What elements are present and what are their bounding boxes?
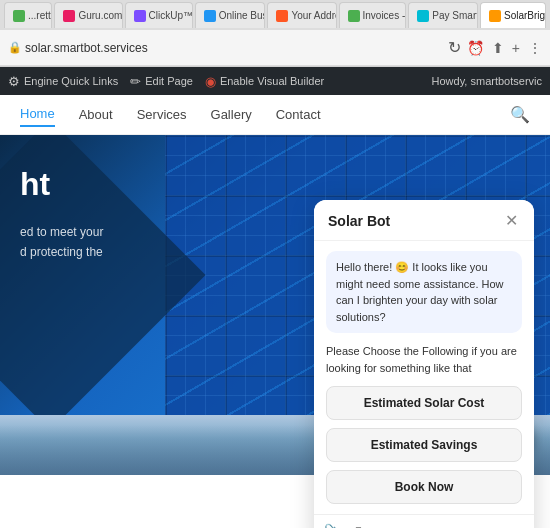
tab-2[interactable]: Guru.com - ... <box>54 2 122 28</box>
admin-visual-builder[interactable]: ◉ Enable Visual Builder <box>205 74 324 89</box>
tab-6[interactable]: Invoices - S... <box>339 2 407 28</box>
chat-greeting-bubble: Hello there! 😊 It looks like you might n… <box>326 251 522 333</box>
tab-favicon-1 <box>13 10 25 22</box>
browser-toolbar: 🔒 solar.smartbot.services ↻ ⏰ ⬆ + ⋮ <box>0 30 550 66</box>
chat-option-savings[interactable]: Estimated Savings <box>326 428 522 462</box>
lock-icon: 🔒 <box>8 41 22 54</box>
chat-prompt-text: Please Choose the Following if you are l… <box>326 343 522 376</box>
site-navigation: Home About Services Gallery Contact 🔍 <box>0 95 550 135</box>
browser-chrome: ...rett... Guru.com - ... ClickUp™ | ...… <box>0 0 550 67</box>
tab-3[interactable]: ClickUp™ | ... <box>125 2 193 28</box>
search-icon[interactable]: 🔍 <box>510 105 530 124</box>
tab-4[interactable]: Online Busin... <box>195 2 266 28</box>
edit-icon: ✏ <box>130 74 141 89</box>
nav-gallery[interactable]: Gallery <box>211 103 252 126</box>
tab-favicon-7 <box>417 10 429 22</box>
tab-favicon-4 <box>204 10 216 22</box>
nav-services[interactable]: Services <box>137 103 187 126</box>
nav-contact[interactable]: Contact <box>276 103 321 126</box>
clock-icon[interactable]: ⏰ <box>467 40 484 56</box>
chat-option-book-now[interactable]: Book Now <box>326 470 522 504</box>
tab-favicon-8 <box>489 10 501 22</box>
url-text[interactable]: solar.smartbot.services <box>25 41 148 55</box>
chat-widget: Solar Bot ✕ Hello there! 😊 It looks like… <box>314 200 534 528</box>
visual-builder-icon: ◉ <box>205 74 216 89</box>
browser-lock: 🔒 solar.smartbot.services <box>8 41 148 55</box>
tab-favicon-3 <box>134 10 146 22</box>
nav-home[interactable]: Home <box>20 102 55 127</box>
wp-admin-bar: ⚙ Engine Quick Links ✏ Edit Page ◉ Enabl… <box>0 67 550 95</box>
new-tab-icon[interactable]: + <box>512 40 520 56</box>
chat-header: Solar Bot ✕ <box>314 200 534 241</box>
share-icon[interactable]: ⬆ <box>492 40 504 56</box>
chat-option-solar-cost[interactable]: Estimated Solar Cost <box>326 386 522 420</box>
tab-8-active[interactable]: SolarBright... <box>480 2 546 28</box>
chat-close-button[interactable]: ✕ <box>502 212 520 230</box>
chat-input-bar: 📎 🎙 <box>314 514 534 528</box>
browser-tabs: ...rett... Guru.com - ... ClickUp™ | ...… <box>0 0 550 30</box>
admin-engine-quick-links[interactable]: ⚙ Engine Quick Links <box>8 74 118 89</box>
tab-7[interactable]: Pay Smarter... <box>408 2 478 28</box>
nav-about[interactable]: About <box>79 103 113 126</box>
tab-favicon-2 <box>63 10 75 22</box>
hero-subtitle: ed to meet your d protecting the <box>20 223 103 261</box>
page-container: ...rett... Guru.com - ... ClickUp™ | ...… <box>0 0 550 528</box>
tab-favicon-5 <box>276 10 288 22</box>
tab-5[interactable]: Your Addres... <box>267 2 336 28</box>
mic-icon[interactable]: 🎙 <box>351 524 366 529</box>
hero-text: ht ed to meet your d protecting the <box>20 165 103 262</box>
reload-icon[interactable]: ↻ <box>448 38 461 57</box>
tab-1[interactable]: ...rett... <box>4 2 52 28</box>
attachment-icon[interactable]: 📎 <box>324 523 343 528</box>
chat-body: Hello there! 😊 It looks like you might n… <box>314 241 534 514</box>
chat-title: Solar Bot <box>328 213 390 229</box>
hero-title: ht <box>20 165 103 203</box>
tab-favicon-6 <box>348 10 360 22</box>
admin-edit-page[interactable]: ✏ Edit Page <box>130 74 193 89</box>
engine-icon: ⚙ <box>8 74 20 89</box>
menu-icon[interactable]: ⋮ <box>528 40 542 56</box>
admin-user-greeting: Howdy, smartbotservic <box>432 75 542 87</box>
browser-actions: ⏰ ⬆ + ⋮ <box>467 40 542 56</box>
